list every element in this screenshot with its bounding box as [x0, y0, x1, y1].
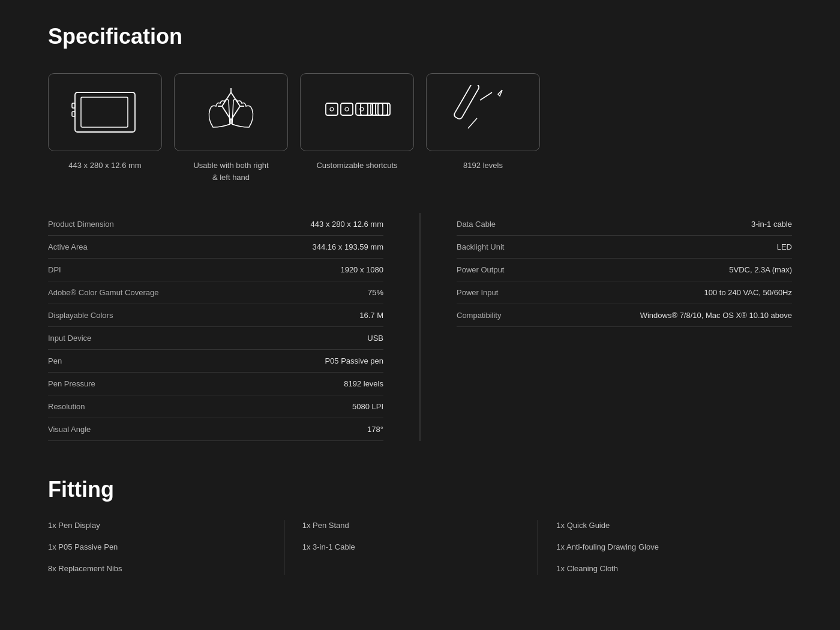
spec-value-adobe: 75%: [368, 288, 383, 297]
spec-label-backlight: Backlight Unit: [457, 242, 504, 251]
spec-label-adobe: Adobe® Color Gamut Coverage: [48, 288, 158, 297]
svg-marker-4: [222, 92, 240, 120]
spec-label-visual-angle: Visual Angle: [48, 425, 91, 434]
specs-divider: [419, 213, 421, 441]
spec-value-dpi: 1920 x 1080: [340, 265, 383, 274]
svg-rect-11: [356, 103, 368, 115]
page-container: Specification 443 x 280 x 12.6 mm: [0, 0, 840, 599]
fitting-item-quick-guide: 1x Quick Guide: [556, 520, 774, 531]
spec-value-product-dimension: 443 x 280 x 12.6 mm: [311, 220, 383, 229]
spec-label-displayable-colors: Displayable Colors: [48, 311, 113, 320]
spec-value-input-device: USB: [367, 334, 383, 343]
pen-card-wrapper: 8192 levels: [426, 73, 540, 183]
tablet-card: [48, 73, 162, 151]
spec-row-active-area: Active Area 344.16 x 193.59 mm: [48, 236, 383, 259]
fitting-item-replacement-nibs: 8x Replacement Nibs: [48, 563, 266, 574]
spec-label-pen: Pen: [48, 356, 62, 365]
spec-label-compatibility: Compatibility: [457, 311, 501, 320]
right-specs-column: Data Cable 3-in-1 cable Backlight Unit L…: [457, 213, 792, 441]
spec-title: Specification: [48, 24, 792, 49]
spec-row-dpi: DPI 1920 x 1080: [48, 259, 383, 281]
svg-rect-2: [72, 103, 75, 108]
icon-cards-row: 443 x 280 x 12.6 mm Usable with both: [48, 73, 792, 183]
fitting-item-pen-display: 1x Pen Display: [48, 520, 266, 531]
spec-value-pen: P05 Passive pen: [325, 356, 383, 365]
specs-section: Product Dimension 443 x 280 x 12.6 mm Ac…: [48, 213, 792, 441]
pen-card-label: 8192 levels: [463, 160, 503, 172]
svg-point-15: [345, 107, 349, 111]
left-specs-column: Product Dimension 443 x 280 x 12.6 mm Ac…: [48, 213, 383, 441]
fitting-title: Fitting: [48, 477, 792, 502]
spec-label-data-cable: Data Cable: [457, 220, 496, 229]
svg-rect-18: [376, 103, 388, 115]
fitting-item-glove: 1x Anti-fouling Drawing Glove: [556, 542, 774, 553]
fitting-item-cable: 1x 3-in-1 Cable: [302, 542, 520, 553]
fitting-col-1: 1x Pen Display 1x P05 Passive Pen 8x Rep…: [48, 520, 284, 575]
spec-value-active-area: 344.16 x 193.59 mm: [312, 242, 383, 251]
fitting-item-passive-pen: 1x P05 Passive Pen: [48, 542, 266, 553]
pen-icon: [447, 85, 519, 139]
fitting-col-3: 1x Quick Guide 1x Anti-fouling Drawing G…: [538, 520, 792, 575]
spec-row-compatibility: Compatibility Windows® 7/8/10, Mac OS X®…: [457, 304, 792, 327]
svg-rect-1: [81, 97, 128, 127]
spec-row-pen: Pen P05 Passive pen: [48, 350, 383, 373]
spec-row-backlight: Backlight Unit LED: [457, 236, 792, 259]
spec-value-resolution: 5080 LPI: [352, 402, 383, 411]
svg-line-20: [468, 118, 477, 128]
svg-rect-0: [75, 92, 135, 132]
spec-label-input-device: Input Device: [48, 334, 91, 343]
spec-row-pen-pressure: Pen Pressure 8192 levels: [48, 373, 383, 395]
spec-value-backlight: LED: [777, 242, 792, 251]
spec-row-visual-angle: Visual Angle 178°: [48, 418, 383, 441]
tablet-card-wrapper: 443 x 280 x 12.6 mm: [48, 73, 162, 183]
spec-label-power-input: Power Input: [457, 288, 498, 297]
spec-value-power-input: 100 to 240 VAC, 50/60Hz: [704, 288, 792, 297]
fitting-item-pen-stand: 1x Pen Stand: [302, 520, 520, 531]
spec-label-active-area: Active Area: [48, 242, 88, 251]
tablet-card-label: 443 x 280 x 12.6 mm: [68, 160, 141, 172]
spec-label-dpi: DPI: [48, 265, 61, 274]
spec-row-displayable-colors: Displayable Colors 16.7 M: [48, 304, 383, 327]
spec-label-pen-pressure: Pen Pressure: [48, 379, 95, 388]
tablet-icon: [69, 85, 141, 139]
hands-card: [174, 73, 288, 151]
svg-line-21: [480, 92, 492, 100]
svg-rect-9: [326, 103, 338, 115]
shortcuts-card-wrapper: Customizable shortcuts: [300, 73, 414, 183]
fitting-col-2: 1x Pen Stand 1x 3-in-1 Cable: [284, 520, 539, 575]
spec-value-displayable-colors: 16.7 M: [359, 311, 383, 320]
spec-row-input-device: Input Device USB: [48, 327, 383, 350]
spec-value-power-output: 5VDC, 2.3A (max): [729, 265, 792, 274]
hands-card-label: Usable with both right& left hand: [193, 160, 268, 183]
shortcuts-icon: [321, 85, 393, 139]
hands-card-wrapper: Usable with both right& left hand: [174, 73, 288, 183]
svg-rect-3: [72, 112, 75, 116]
spec-row-power-output: Power Output 5VDC, 2.3A (max): [457, 259, 792, 281]
spec-row-resolution: Resolution 5080 LPI: [48, 395, 383, 418]
spec-label-product-dimension: Product Dimension: [48, 220, 114, 229]
fitting-columns: 1x Pen Display 1x P05 Passive Pen 8x Rep…: [48, 520, 792, 575]
fitting-item-cleaning-cloth: 1x Cleaning Cloth: [556, 563, 774, 574]
spec-label-power-output: Power Output: [457, 265, 505, 274]
spec-row-power-input: Power Input 100 to 240 VAC, 50/60Hz: [457, 281, 792, 304]
spec-value-pen-pressure: 8192 levels: [344, 379, 383, 388]
spec-value-data-cable: 3-in-1 cable: [751, 220, 792, 229]
spec-value-visual-angle: 178°: [367, 425, 383, 434]
spec-value-compatibility: Windows® 7/8/10, Mac OS X® 10.10 above: [640, 311, 792, 320]
svg-rect-19: [453, 85, 480, 120]
hands-icon: [195, 85, 267, 139]
spec-row-product-dimension: Product Dimension 443 x 280 x 12.6 mm: [48, 213, 383, 236]
spec-label-resolution: Resolution: [48, 402, 85, 411]
shortcuts-card-label: Customizable shortcuts: [316, 160, 397, 172]
spec-row-adobe: Adobe® Color Gamut Coverage 75%: [48, 281, 383, 304]
svg-rect-13: [378, 103, 390, 115]
spec-row-data-cable: Data Cable 3-in-1 cable: [457, 213, 792, 236]
svg-point-14: [330, 107, 334, 111]
svg-rect-10: [341, 103, 353, 115]
shortcuts-card: [300, 73, 414, 151]
pen-card: [426, 73, 540, 151]
